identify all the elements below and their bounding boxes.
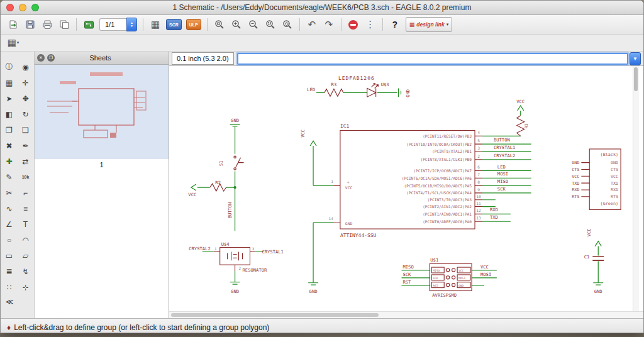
sheets-close-button[interactable]: ✕ <box>37 54 45 62</box>
ref-label[interactable]: U$3 <box>381 82 389 87</box>
open-file-button[interactable] <box>7 18 19 31</box>
part-label[interactable]: RESONATOR <box>243 267 268 273</box>
zoom-select-button[interactable] <box>264 18 277 31</box>
run-script-button[interactable]: SCR <box>166 19 182 30</box>
net-label[interactable]: LED <box>497 164 506 170</box>
switch-to-board-button[interactable] <box>82 18 95 31</box>
design-link-button[interactable]: ▦ design link ▾ <box>406 17 452 32</box>
pinswap-tool-icon[interactable]: ⇄ <box>18 153 34 169</box>
ref-label[interactable]: R1 <box>524 124 528 129</box>
junction-tool-icon[interactable]: ∷ <box>1 279 18 295</box>
junction-dot[interactable] <box>233 186 236 189</box>
delete-tool-icon[interactable]: ✖ <box>1 138 18 153</box>
move-tool-icon[interactable]: ✥ <box>18 91 34 106</box>
name-tool-icon[interactable]: ✎ <box>1 169 18 185</box>
split-tool-icon[interactable]: ∿ <box>1 201 18 216</box>
sheet-thumbnail[interactable] <box>35 65 169 159</box>
vcc-symbol[interactable] <box>518 106 524 111</box>
circle-tool-icon[interactable]: ○ <box>1 232 18 248</box>
redo-button[interactable]: ↷ <box>323 18 335 31</box>
miter-tool-icon[interactable]: ⌐ <box>18 185 34 201</box>
net-label[interactable]: VCC <box>572 174 579 179</box>
ref-label[interactable]: U$4 <box>221 241 230 247</box>
net-wires[interactable] <box>197 92 598 285</box>
net-label[interactable]: MOSI <box>480 272 491 277</box>
vcc-symbol[interactable] <box>191 184 196 191</box>
print-button[interactable] <box>41 18 53 31</box>
zoom-in-button[interactable] <box>230 18 243 31</box>
value-tool-icon[interactable]: 10k <box>18 169 34 185</box>
net-label[interactable]: SCK <box>402 272 411 277</box>
net-label[interactable]: VCC <box>516 99 525 104</box>
resistor-r3[interactable] <box>325 89 343 96</box>
part-label[interactable]: AVRISPSMD <box>432 292 457 298</box>
minimize-button[interactable] <box>19 4 26 11</box>
ftdi-connector-body[interactable] <box>589 149 621 210</box>
ref-label[interactable]: R2 <box>215 180 221 185</box>
command-input[interactable] <box>237 53 628 65</box>
vertical-scrollbar-thumb[interactable] <box>634 67 638 91</box>
net-label[interactable]: GND <box>231 289 239 295</box>
net-label[interactable]: GND <box>231 118 239 123</box>
vcc-symbol[interactable] <box>595 241 601 246</box>
ftdi-pins[interactable] <box>581 163 589 197</box>
display-layers-tool-icon[interactable]: ▦ <box>1 75 18 91</box>
net-label[interactable]: GND <box>572 160 579 165</box>
sheet-selector[interactable]: 1/1 ▲▼ <box>99 18 137 31</box>
net-label[interactable]: GND <box>594 289 602 295</box>
ref-label[interactable]: S1 <box>218 160 224 166</box>
collapse-palette-button[interactable]: ≪ <box>1 297 34 306</box>
gnd-symbol[interactable] <box>308 283 318 285</box>
mark-tool-icon[interactable]: ✛ <box>18 75 34 91</box>
command-history-dropdown[interactable]: ▼ <box>630 52 641 65</box>
net-label[interactable]: RTS <box>572 194 579 199</box>
net-label[interactable]: CRYSTAL2 <box>189 246 211 251</box>
label-tool-icon[interactable]: ⊹ <box>18 279 34 295</box>
help-button[interactable]: ? <box>389 18 401 31</box>
net-label[interactable]: RXD <box>572 187 579 192</box>
copy-export-button[interactable] <box>58 18 70 31</box>
net-tool-icon[interactable]: ↯ <box>18 263 34 279</box>
zoom-window-button[interactable] <box>31 4 39 11</box>
schematic-drawing[interactable]: LED R3 LEDFAB1206 U$3 GND GND S1 R2 VCC … <box>169 66 633 312</box>
net-label[interactable]: CRYSTAL2 <box>494 153 516 158</box>
change-tool-icon[interactable]: ✒ <box>18 138 34 153</box>
horizontal-scrollbar-thumb[interactable] <box>171 313 379 317</box>
switch-s1[interactable] <box>234 156 244 170</box>
mirror-tool-icon[interactable]: ◧ <box>1 106 18 122</box>
arc-tool-icon[interactable]: ◠ <box>18 232 34 248</box>
vcc-symbol[interactable] <box>310 141 316 146</box>
sheet-number-label[interactable]: 1 <box>35 159 169 170</box>
part-label[interactable]: LEDFAB1206 <box>338 75 375 81</box>
net-label[interactable]: SCK <box>497 186 506 192</box>
gnd-symbol[interactable] <box>230 124 240 126</box>
net-label[interactable]: MISO <box>497 179 508 184</box>
net-label[interactable]: VCC <box>300 130 306 138</box>
zoom-fit-button[interactable] <box>213 18 226 31</box>
net-label[interactable]: GND <box>309 289 318 295</box>
net-label[interactable]: VCC <box>586 229 592 237</box>
resonator-body[interactable] <box>220 248 250 265</box>
bus-tool-icon[interactable]: ≣ <box>1 263 18 279</box>
net-label[interactable]: TXD <box>490 214 498 220</box>
schematic-canvas[interactable]: LED R3 LEDFAB1206 U$3 GND GND S1 R2 VCC … <box>169 66 643 311</box>
net-label[interactable]: RXD <box>490 207 498 213</box>
gnd-symbol[interactable] <box>593 283 603 285</box>
net-label[interactable]: LED <box>307 87 315 92</box>
net-label[interactable]: VCC <box>480 264 489 270</box>
net-label[interactable]: BUTTON <box>227 202 233 219</box>
net-label[interactable]: VCC <box>188 192 196 197</box>
part-label[interactable]: ATTINY44-SSU <box>340 233 377 238</box>
text-tool-icon[interactable]: T <box>18 216 34 232</box>
net-label[interactable]: CTS <box>572 167 579 172</box>
add-part-tool-icon[interactable]: ✚ <box>1 153 18 169</box>
undo-button[interactable]: ↶ <box>306 18 318 31</box>
capacitor-c1[interactable] <box>592 257 604 260</box>
net-label[interactable]: CRYSTAL1 <box>494 145 516 150</box>
gnd-symbol[interactable] <box>399 88 401 97</box>
ref-label[interactable]: R3 <box>331 82 337 88</box>
more-options-button[interactable]: ⋮ <box>364 18 377 31</box>
net-label[interactable]: RST <box>402 279 411 285</box>
copy-tool-icon[interactable]: ❐ <box>1 122 18 138</box>
zoom-out-button[interactable] <box>247 18 260 31</box>
